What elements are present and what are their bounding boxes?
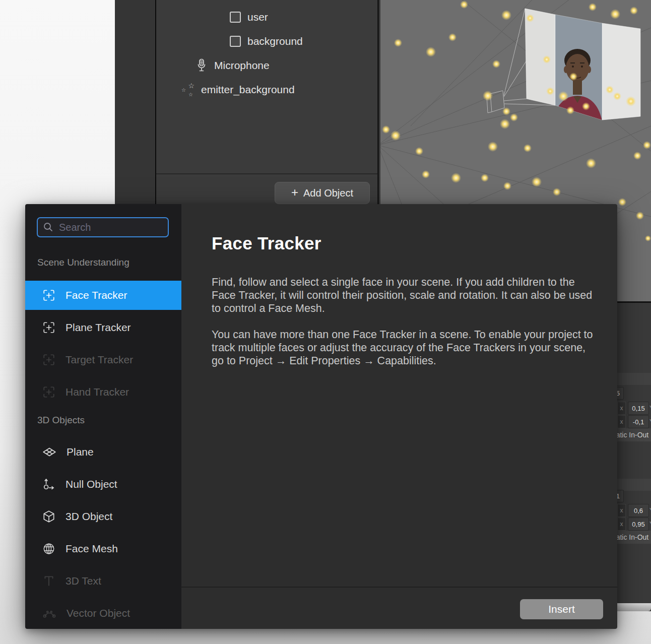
dialog-footer: Insert <box>181 587 617 629</box>
plus-icon: + <box>291 185 298 200</box>
scene-item-microphone[interactable]: Microphone <box>196 57 270 74</box>
scene-item-label: user <box>247 11 268 23</box>
insert-button[interactable]: Insert <box>520 599 603 619</box>
search-input[interactable] <box>37 217 169 237</box>
easing-label: ratic In-Out <box>614 533 648 541</box>
scene-item-background[interactable]: background <box>230 33 303 49</box>
dialog-item-vector-object: Vector Object <box>25 599 181 628</box>
add-object-dialog: Scene Understanding Face Tracker Plane T… <box>25 204 617 629</box>
dialog-item-null-object[interactable]: Null Object <box>25 470 181 499</box>
tracker-icon <box>42 321 55 334</box>
face-mesh-icon <box>42 542 55 555</box>
dialog-item-label: Target Tracker <box>66 354 133 366</box>
dialog-item-label: Plane Tracker <box>66 321 131 334</box>
dialog-item-face-tracker[interactable]: Face Tracker <box>25 281 181 310</box>
cube-icon <box>42 509 55 524</box>
section-title-3d-objects: 3D Objects <box>37 415 85 426</box>
add-object-label: Add Object <box>303 187 353 199</box>
tracker-icon <box>42 289 55 302</box>
detail-paragraph: You can have more than one Face Tracker … <box>212 328 594 367</box>
section-title-scene-understanding: Scene Understanding <box>37 257 129 268</box>
null-object-icon <box>42 477 55 491</box>
checkbox-icon[interactable] <box>230 12 241 23</box>
scene-item-user[interactable]: user <box>230 9 268 25</box>
value-field[interactable]: 0,6 <box>628 504 649 517</box>
scene-item-label: Microphone <box>214 59 270 72</box>
search-field-wrap <box>37 217 169 237</box>
checkbox-icon[interactable] <box>230 36 241 47</box>
window-edge <box>616 603 651 611</box>
tracker-icon <box>42 353 55 366</box>
tracker-icon <box>42 385 55 399</box>
detail-title: Face Tracker <box>212 233 321 253</box>
dialog-item-label: Vector Object <box>67 607 130 619</box>
particle-emitter-icon: ☆☆☆ <box>181 82 194 97</box>
dialog-item-label: Plane <box>67 446 94 458</box>
dialog-item-plane-tracker[interactable]: Plane Tracker <box>25 313 181 342</box>
axis-x-label: x <box>617 415 626 428</box>
scene-item-label: background <box>247 35 303 47</box>
value-field[interactable]: -0,1 <box>628 415 649 428</box>
detail-paragraph: Find, follow and select a single face in… <box>212 276 594 315</box>
dialog-item-label: Hand Tracker <box>66 386 129 398</box>
dialog-item-hand-tracker: Hand Tracker <box>25 377 181 407</box>
dialog-detail-pane: Face Tracker Find, follow and select a s… <box>181 204 617 629</box>
vector-icon <box>42 607 56 619</box>
axis-x-label: x <box>617 402 626 415</box>
scene-item-emitter-background[interactable]: ☆☆☆ emitter_background <box>181 82 295 98</box>
dialog-item-face-mesh[interactable]: Face Mesh <box>25 534 181 563</box>
dialog-item-plane[interactable]: Plane <box>25 437 181 467</box>
scene-item-label: emitter_background <box>201 84 295 96</box>
easing-label: ratic In-Out <box>614 431 648 439</box>
dialog-item-label: Null Object <box>66 478 117 490</box>
text-icon <box>42 574 55 588</box>
dialog-item-label: 3D Text <box>66 575 101 587</box>
value-field[interactable]: 0,95 <box>628 518 649 531</box>
panel-divider <box>156 173 377 174</box>
add-object-button[interactable]: + Add Object <box>275 182 370 204</box>
dialog-sidebar: Scene Understanding Face Tracker Plane T… <box>25 204 181 629</box>
dialog-item-label: Face Mesh <box>66 543 118 555</box>
value-field[interactable]: 0,15 <box>628 402 649 415</box>
microphone-icon <box>196 58 208 73</box>
dialog-item-label: 3D Object <box>66 510 112 523</box>
dialog-item-label: Face Tracker <box>66 289 127 301</box>
dialog-item-3d-object[interactable]: 3D Object <box>25 502 181 531</box>
dialog-item-target-tracker: Target Tracker <box>25 345 181 374</box>
dialog-item-3d-text: 3D Text <box>25 566 181 596</box>
axis-x-label: x <box>617 504 626 517</box>
detail-description: Find, follow and select a single face in… <box>212 276 594 380</box>
axis-x-label: x <box>617 518 626 531</box>
plane-icon <box>42 445 56 459</box>
